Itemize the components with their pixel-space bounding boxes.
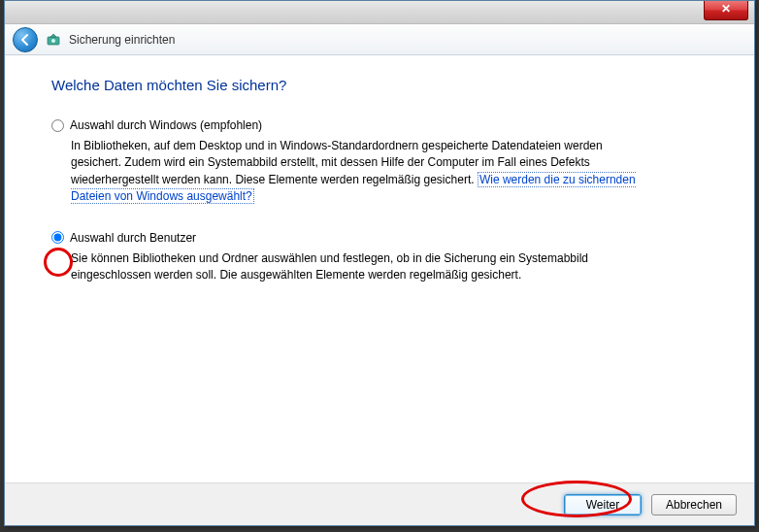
header-bar: Sicherung einrichten xyxy=(5,24,754,55)
header-title: Sicherung einrichten xyxy=(69,33,175,47)
content-area: Welche Daten möchten Sie sichern? Auswah… xyxy=(5,55,754,482)
page-heading: Welche Daten möchten Sie sichern? xyxy=(51,77,708,93)
back-arrow-icon xyxy=(18,33,32,47)
wizard-window: ✕ Sicherung einrichten Welche Daten möch… xyxy=(4,0,755,526)
radio-windows-select[interactable] xyxy=(51,119,64,132)
option-user-desc: Sie können Bibliotheken und Ordner auswä… xyxy=(71,250,644,284)
option-user-desc-text: Sie können Bibliotheken und Ordner auswä… xyxy=(71,251,588,282)
radio-user-label[interactable]: Auswahl durch Benutzer xyxy=(70,231,196,245)
radio-user-select[interactable] xyxy=(51,231,64,244)
option-windows: Auswahl durch Windows (empfohlen) In Bib… xyxy=(51,118,708,206)
option-windows-desc: In Bibliotheken, auf dem Desktop und in … xyxy=(71,138,644,206)
cancel-button[interactable]: Abbrechen xyxy=(651,494,737,515)
backup-wizard-icon xyxy=(46,32,61,48)
close-button[interactable]: ✕ xyxy=(704,1,748,20)
titlebar: ✕ xyxy=(5,1,754,24)
back-button[interactable] xyxy=(13,27,38,52)
next-button[interactable]: Weiter xyxy=(564,494,642,515)
close-icon: ✕ xyxy=(721,2,731,16)
footer-bar: Weiter Abbrechen xyxy=(5,482,754,525)
svg-point-1 xyxy=(51,39,55,43)
radio-windows-label[interactable]: Auswahl durch Windows (empfohlen) xyxy=(70,118,262,132)
option-user: Auswahl durch Benutzer Sie können Biblio… xyxy=(51,231,708,284)
